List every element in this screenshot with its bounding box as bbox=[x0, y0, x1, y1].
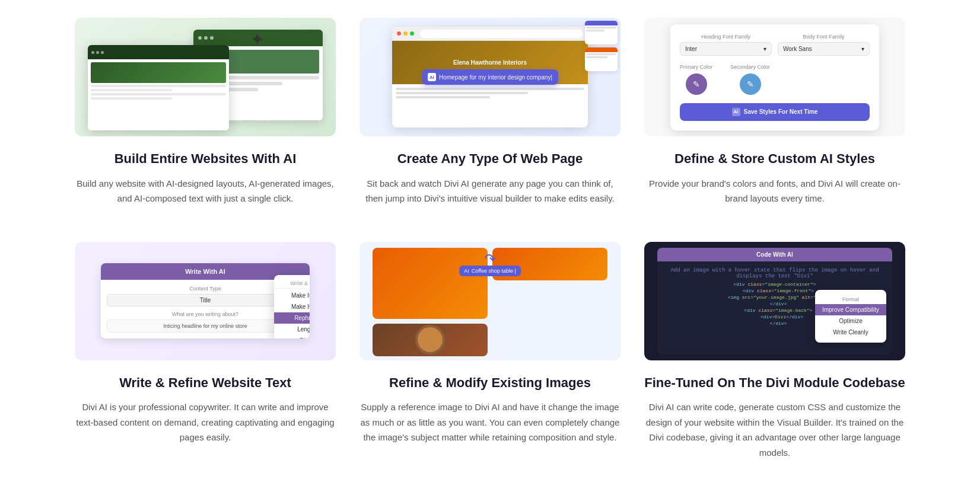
card4-desc: Divi AI is your professional copywriter.… bbox=[75, 400, 336, 445]
card5-image: AI Coffee shop table | ↷ bbox=[359, 242, 621, 360]
secondary-color-swatch[interactable]: ✎ bbox=[740, 74, 761, 95]
primary-color-label: Primary Color bbox=[680, 64, 712, 70]
content-type-value: Title bbox=[200, 297, 211, 303]
img-cell-coffee bbox=[373, 324, 488, 356]
ai-icon: AI bbox=[428, 73, 436, 81]
mockup-front-line2 bbox=[91, 89, 172, 91]
img-cell-orange bbox=[373, 248, 488, 319]
heading-font-dropdown[interactable]: Inter ▾ bbox=[680, 42, 772, 56]
font-row: Heading Font Family Inter ▾ Body Font Fa… bbox=[680, 34, 870, 56]
menu-make-better1[interactable]: Make It Better bbox=[274, 290, 310, 301]
card3-title: Define & Store Custom AI Styles bbox=[674, 151, 875, 168]
mockup-front-hero bbox=[91, 62, 226, 83]
card3-image: Heading Font Family Inter ▾ Body Font Fa… bbox=[644, 18, 905, 136]
card1-title: Build Entire Websites With AI bbox=[114, 151, 297, 168]
card2-desc: Sit back and watch Divi AI generate any … bbox=[359, 176, 621, 206]
format-popup-title: Format bbox=[815, 295, 886, 304]
card6-image: Code With AI Add an image with a hover s… bbox=[644, 242, 905, 360]
save-btn-ai-icon: AI bbox=[732, 108, 740, 116]
card4-image: Write With AI Content Type Title What ar… bbox=[75, 242, 336, 360]
card6-desc: Divi AI can write code, generate custom … bbox=[644, 400, 905, 460]
browser-dot-red bbox=[397, 31, 401, 36]
browser-body-line1 bbox=[396, 88, 584, 90]
mockup-front bbox=[88, 45, 229, 130]
format-popup: Format Improve Compatibility Optimize Wr… bbox=[815, 290, 886, 343]
save-styles-button[interactable]: AI Save Styles For Next Time bbox=[680, 103, 870, 121]
save-btn-label: Save Styles For Next Time bbox=[744, 108, 818, 115]
card3-desc: Provide your brand's colors and fonts, a… bbox=[644, 176, 905, 206]
feature-card-styles: Heading Font Family Inter ▾ Body Font Fa… bbox=[644, 18, 905, 206]
mockup-front-header bbox=[88, 45, 229, 59]
browser-body-line2 bbox=[396, 92, 528, 94]
feature-card-images: AI Coffee shop table | ↷ Refine & Modify… bbox=[359, 242, 621, 461]
coffee-circle bbox=[415, 325, 445, 354]
menu-make-better2[interactable]: Make It Better bbox=[274, 301, 310, 312]
feature-card-code: Code With AI Add an image with a hover s… bbox=[644, 242, 905, 461]
card4-title: Write & Refine Website Text bbox=[119, 375, 291, 392]
website-mockup: ✦ bbox=[88, 24, 323, 130]
browser-dot-green bbox=[410, 31, 414, 36]
browser-hero-text: Elena Hawthorne Interiors bbox=[453, 59, 527, 66]
body-font-chevron: ▾ bbox=[861, 46, 864, 52]
mockup-front-line1 bbox=[91, 85, 226, 87]
body-font-dropdown[interactable]: Work Sans ▾ bbox=[778, 42, 870, 56]
browser-body-line3 bbox=[396, 96, 490, 98]
card1-desc: Build any website with AI-designed layou… bbox=[75, 176, 336, 206]
feature-card-write: Write With AI Content Type Title What ar… bbox=[75, 242, 336, 461]
browser-toolbar bbox=[392, 27, 588, 41]
thumb1-line1 bbox=[586, 27, 616, 28]
primary-color-swatch[interactable]: ✎ bbox=[686, 74, 707, 95]
menu-shorten[interactable]: Shorten bbox=[274, 335, 310, 338]
ai-chat-text: Homepage for my interior design company| bbox=[439, 74, 552, 81]
styles-panel: Heading Font Family Inter ▾ Body Font Fa… bbox=[670, 24, 879, 130]
ai-tag-text: Coffee shop table | bbox=[472, 268, 516, 274]
card2-title: Create Any Type Of Web Page bbox=[397, 151, 583, 168]
browser-url-bar bbox=[420, 30, 583, 38]
code-panel: Code With AI Add an image with a hover s… bbox=[657, 248, 892, 354]
feature-card-create-page: Elena Hawthorne Interiors AI Homepage fo… bbox=[359, 18, 621, 206]
feature-card-build-websites: ✦ Build Entire Websites With AI Build an… bbox=[75, 18, 336, 206]
body-font-value: Work Sans bbox=[783, 46, 812, 52]
code-panel-header: Code With AI bbox=[657, 248, 892, 261]
card1-image: ✦ bbox=[75, 18, 336, 136]
features-grid: ✦ Build Entire Websites With AI Build an… bbox=[75, 18, 905, 460]
menu-rephrase[interactable]: Rephrase... bbox=[274, 312, 310, 324]
mockup-front-line3 bbox=[91, 93, 226, 95]
card5-desc: Supply a reference image to Divi AI and … bbox=[359, 400, 621, 445]
heading-font-select: Heading Font Family Inter ▾ bbox=[680, 34, 772, 56]
card2-image: Elena Hawthorne Interiors AI Homepage fo… bbox=[359, 18, 621, 136]
code-comment: Add an image with a hover state that fli… bbox=[663, 267, 886, 279]
thumb2-line1 bbox=[586, 53, 616, 55]
side-thumbnails bbox=[585, 21, 618, 71]
secondary-color-label: Secondary Color bbox=[730, 64, 770, 70]
menu-lengthen[interactable]: Lengthen bbox=[274, 324, 310, 335]
format-popup-item-clean[interactable]: Write Cleanly bbox=[815, 327, 886, 338]
heading-font-value: Inter bbox=[685, 46, 697, 52]
secondary-color-pen-icon: ✎ bbox=[747, 79, 754, 89]
browser-body bbox=[392, 84, 588, 104]
format-popup-item-compatibility[interactable]: Improve Compatibility bbox=[815, 304, 886, 315]
color-row: Primary Color ✎ Secondary Color ✎ bbox=[680, 64, 870, 95]
thumb2-line2 bbox=[586, 56, 607, 58]
thumb2 bbox=[585, 47, 618, 71]
thumb1-line2 bbox=[586, 30, 604, 31]
ai-tag-icon: AI bbox=[464, 268, 469, 274]
heading-font-label: Heading Font Family bbox=[680, 34, 772, 40]
thumb1-content bbox=[585, 25, 618, 34]
thumb1-header bbox=[585, 21, 618, 25]
card5-title: Refine & Modify Existing Images bbox=[389, 375, 591, 392]
browser-dot-yellow bbox=[403, 31, 408, 36]
ai-sparkle-icon: ✦ bbox=[250, 30, 264, 49]
heading-font-chevron: ▾ bbox=[763, 46, 766, 52]
curved-arrow-icon: ↷ bbox=[484, 251, 496, 267]
code-body: Add an image with a hover state that fli… bbox=[657, 261, 892, 354]
body-font-select: Body Font Family Work Sans ▾ bbox=[778, 34, 870, 56]
mockup-front-line4 bbox=[91, 97, 172, 100]
thumb2-content bbox=[585, 52, 618, 60]
thumb2-header bbox=[585, 47, 618, 52]
image-refine: AI Coffee shop table | ↷ bbox=[373, 248, 607, 354]
format-popup-item-optimize[interactable]: Optimize bbox=[815, 315, 886, 327]
primary-color-col: Primary Color ✎ bbox=[680, 64, 712, 95]
thumb1 bbox=[585, 21, 618, 44]
ai-chat-bubble: AI Homepage for my interior design compa… bbox=[422, 69, 558, 85]
